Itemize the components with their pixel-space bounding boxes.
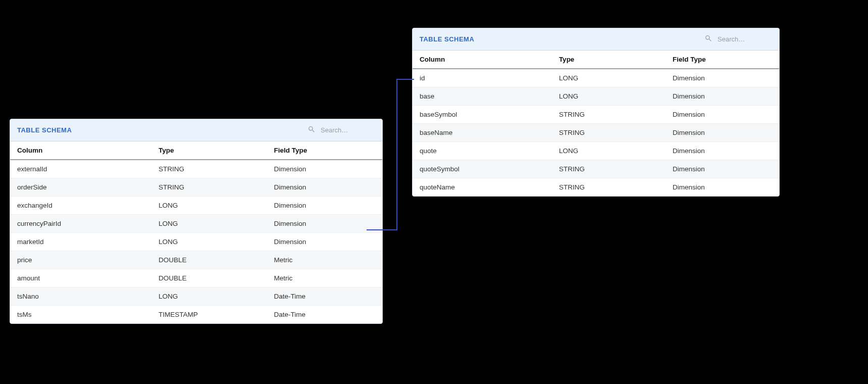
cell-type: LONG bbox=[552, 142, 666, 160]
cell-fieldType: Dimension bbox=[267, 215, 382, 233]
cell-type: STRING bbox=[151, 178, 267, 197]
cell-type: DOUBLE bbox=[151, 251, 267, 269]
cell-type: LONG bbox=[151, 287, 267, 306]
table-row[interactable]: tsMsTIMESTAMPDate-Time bbox=[10, 306, 382, 324]
cell-col: externalId bbox=[10, 160, 151, 178]
cell-fieldType: Date-Time bbox=[267, 306, 382, 324]
table-row[interactable]: baseSymbolSTRINGDimension bbox=[413, 106, 779, 124]
cell-type: STRING bbox=[552, 124, 666, 142]
cell-fieldType: Dimension bbox=[267, 160, 382, 178]
cell-col: marketId bbox=[10, 233, 151, 251]
cell-fieldType: Dimension bbox=[666, 106, 779, 124]
cell-type: LONG bbox=[552, 69, 666, 87]
schema-table: Column Type Field Type externalIdSTRINGD… bbox=[10, 141, 382, 323]
cell-type: LONG bbox=[552, 87, 666, 106]
search-input[interactable] bbox=[717, 35, 772, 43]
cell-type: STRING bbox=[151, 160, 267, 178]
table-row[interactable]: idLONGDimension bbox=[413, 69, 779, 87]
cell-type: LONG bbox=[151, 215, 267, 233]
panel-header: TABLE SCHEMA bbox=[413, 28, 779, 51]
table-row[interactable]: externalIdSTRINGDimension bbox=[10, 160, 382, 178]
table-row[interactable]: orderSideSTRINGDimension bbox=[10, 178, 382, 197]
table-row[interactable]: baseNameSTRINGDimension bbox=[413, 124, 779, 142]
table-row[interactable]: quoteNameSTRINGDimension bbox=[413, 178, 779, 197]
table-row[interactable]: priceDOUBLEMetric bbox=[10, 251, 382, 269]
cell-col: price bbox=[10, 251, 151, 269]
cell-fieldType: Dimension bbox=[666, 87, 779, 106]
cell-fieldType: Date-Time bbox=[267, 287, 382, 306]
search-box[interactable] bbox=[704, 34, 772, 44]
cell-col: tsNano bbox=[10, 287, 151, 306]
cell-fieldType: Dimension bbox=[666, 69, 779, 87]
cell-col: baseSymbol bbox=[413, 106, 552, 124]
cell-type: STRING bbox=[552, 178, 666, 197]
panel-title: TABLE SCHEMA bbox=[17, 126, 72, 134]
search-box[interactable] bbox=[308, 125, 375, 135]
cell-fieldType: Dimension bbox=[666, 178, 779, 197]
cell-fieldType: Dimension bbox=[666, 160, 779, 178]
cell-col: amount bbox=[10, 269, 151, 287]
panel-title: TABLE SCHEMA bbox=[420, 35, 474, 43]
table-row[interactable]: marketIdLONGDimension bbox=[10, 233, 382, 251]
table-row[interactable]: quoteLONGDimension bbox=[413, 142, 779, 160]
header-field-type: Field Type bbox=[666, 51, 779, 69]
cell-fieldType: Dimension bbox=[267, 197, 382, 215]
table-row[interactable]: currencyPairIdLONGDimension bbox=[10, 215, 382, 233]
cell-col: exchangeId bbox=[10, 197, 151, 215]
cell-type: STRING bbox=[552, 160, 666, 178]
cell-type: STRING bbox=[552, 106, 666, 124]
cell-col: orderSide bbox=[10, 178, 151, 197]
header-field-type: Field Type bbox=[267, 141, 382, 160]
cell-col: currencyPairId bbox=[10, 215, 151, 233]
cell-col: quoteName bbox=[413, 178, 552, 197]
table-row[interactable]: quoteSymbolSTRINGDimension bbox=[413, 160, 779, 178]
header-type: Type bbox=[552, 51, 666, 69]
cell-col: id bbox=[413, 69, 552, 87]
cell-fieldType: Dimension bbox=[267, 178, 382, 197]
cell-col: baseName bbox=[413, 124, 552, 142]
cell-fieldType: Dimension bbox=[666, 124, 779, 142]
table-row[interactable]: baseLONGDimension bbox=[413, 87, 779, 106]
cell-fieldType: Metric bbox=[267, 269, 382, 287]
cell-col: tsMs bbox=[10, 306, 151, 324]
table-row[interactable]: tsNanoLONGDate-Time bbox=[10, 287, 382, 306]
header-type: Type bbox=[151, 141, 267, 160]
search-icon bbox=[308, 125, 316, 135]
cell-type: TIMESTAMP bbox=[151, 306, 267, 324]
table-row[interactable]: amountDOUBLEMetric bbox=[10, 269, 382, 287]
schema-table: Column Type Field Type idLONGDimensionba… bbox=[413, 51, 779, 196]
header-column: Column bbox=[10, 141, 151, 160]
cell-fieldType: Dimension bbox=[267, 233, 382, 251]
cell-fieldType: Metric bbox=[267, 251, 382, 269]
header-column: Column bbox=[413, 51, 552, 69]
schema-panel-right: TABLE SCHEMA Column Type Field Type idLO… bbox=[412, 28, 780, 197]
cell-type: LONG bbox=[151, 197, 267, 215]
cell-col: quote bbox=[413, 142, 552, 160]
search-input[interactable] bbox=[320, 126, 375, 134]
search-icon bbox=[704, 34, 712, 44]
cell-fieldType: Dimension bbox=[666, 142, 779, 160]
table-row[interactable]: exchangeIdLONGDimension bbox=[10, 197, 382, 215]
panel-header: TABLE SCHEMA bbox=[10, 119, 382, 141]
cell-col: base bbox=[413, 87, 552, 106]
cell-type: LONG bbox=[151, 233, 267, 251]
cell-type: DOUBLE bbox=[151, 269, 267, 287]
schema-panel-left: TABLE SCHEMA Column Type Field Type exte… bbox=[10, 119, 383, 324]
cell-col: quoteSymbol bbox=[413, 160, 552, 178]
